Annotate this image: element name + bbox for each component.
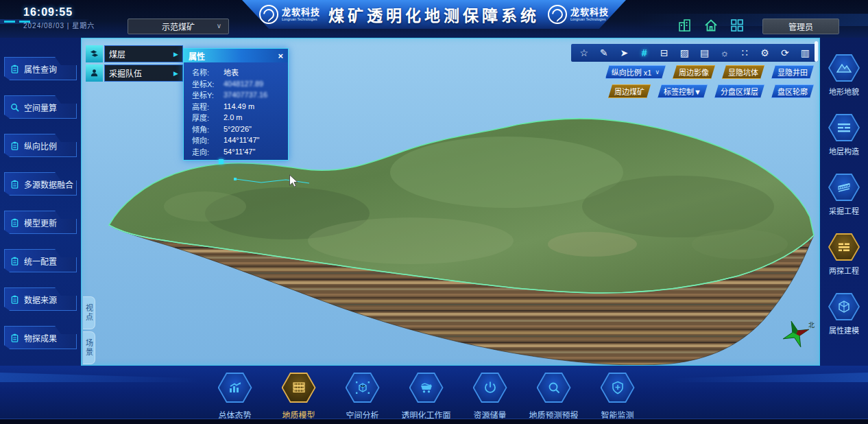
region-hatch-icon[interactable]: ▨ xyxy=(677,48,691,58)
clip-plane-icon[interactable]: ▤ xyxy=(698,48,712,58)
time-display: 16:09:55 xyxy=(23,6,95,19)
attribute-modeling-icon xyxy=(837,300,851,314)
chevron-down-icon: ∨ xyxy=(655,69,660,75)
compass-north-label: 北 xyxy=(808,322,815,329)
title-banner: 龙软科技 Longruan Technologies 煤矿透明化地测保障系统 龙… xyxy=(242,0,626,29)
toggle-minefield-button[interactable]: 显隐井田 xyxy=(771,65,814,79)
chevron-right-icon: ▶ xyxy=(173,70,178,77)
home-icon[interactable] xyxy=(703,18,719,33)
right-item-excavation[interactable]: 采掘工程 xyxy=(828,174,860,233)
compass-rose[interactable]: 北 xyxy=(780,316,815,352)
mine-selector-dropdown[interactable]: 示范煤矿 ∨ xyxy=(128,19,229,34)
layer-item-label: 采掘队伍 xyxy=(109,67,142,79)
label-control-dropdown[interactable]: 标签控制▼ xyxy=(658,84,708,98)
property-row: 坐标Y:37407737.16 xyxy=(192,89,282,101)
lighting-sun-icon[interactable]: ☼ xyxy=(718,48,732,58)
strata-icon xyxy=(836,121,852,134)
right-item-label: 地形地貌 xyxy=(829,86,859,97)
sidebar-item-label: 统一配置 xyxy=(24,255,57,267)
property-popup-title: 属性 xyxy=(189,50,205,62)
map-3d-viewport[interactable]: 煤层 ▶ 采掘队伍 ▶ 属性 × 名称:地表 坐标X:4048127.89 坐标… xyxy=(81,38,820,366)
scatter-points-icon[interactable]: ∷ xyxy=(738,48,751,58)
layer-item-mining-team[interactable]: 采掘队伍 ▶ xyxy=(86,64,183,82)
layers-stack-icon[interactable]: ▥ xyxy=(798,48,812,58)
sidebar-item-label: 多源数据融合 xyxy=(24,178,73,190)
measure-distance-icon[interactable]: ⊟ xyxy=(658,48,671,58)
sidebar-item-unified-config[interactable]: 统一配置 xyxy=(4,249,77,272)
sidebar-item-model-update[interactable]: 模型更新 xyxy=(4,211,77,234)
property-row: 倾向:144°11'47" xyxy=(192,134,282,146)
chevron-down-icon: ∨ xyxy=(217,22,221,30)
bottom-strip xyxy=(0,419,868,424)
clipboard-icon xyxy=(10,257,19,266)
settings-gear-icon[interactable]: ⚙ xyxy=(758,48,772,58)
surrounding-imagery-button[interactable]: 周边影像 xyxy=(673,65,715,79)
layer-item-coal-seam[interactable]: 煤层 ▶ xyxy=(86,45,183,62)
longruan-logo-icon xyxy=(548,5,567,24)
nav-geological-model[interactable]: 地质模型 xyxy=(267,373,330,421)
terrain-icon xyxy=(836,62,852,74)
right-item-terrain[interactable]: 地形地貌 xyxy=(828,54,860,114)
sidebar-item-label: 属性查询 xyxy=(24,63,57,75)
intelligent-monitoring-icon xyxy=(610,381,625,394)
popup-anchor-marker xyxy=(219,159,224,164)
vertical-scale-dropdown[interactable]: 纵向比例 x1 ∨ xyxy=(605,65,666,79)
brand-name: 龙软科技 xyxy=(570,8,609,16)
nav-intelligent-monitoring[interactable]: 智能监测 xyxy=(586,373,649,421)
left-sidebar: 属性查询 空间量算 纵向比例 多源数据融合 模型更新 统一配置 数据来源 物探成… xyxy=(0,38,81,366)
scene-tab[interactable]: 场景 xyxy=(83,331,95,364)
close-icon[interactable]: × xyxy=(278,51,283,60)
overall-situation-icon xyxy=(228,381,243,394)
sidebar-item-label: 模型更新 xyxy=(24,217,57,228)
property-row: 坐标X:4048127.89 xyxy=(192,78,282,90)
date-display: 2024/08/03 | 星期六 xyxy=(23,20,95,30)
clipboard-icon xyxy=(10,180,19,189)
sidebar-item-vertical-scale[interactable]: 纵向比例 xyxy=(4,134,77,157)
property-popup-titlebar: 属性 × xyxy=(184,49,288,62)
sidebar-item-label: 物探成果 xyxy=(24,332,57,344)
right-item-attribute-modeling[interactable]: 属性建模 xyxy=(828,293,860,353)
property-row: 厚度:2.0 m xyxy=(192,112,282,123)
longruan-logo-icon xyxy=(259,5,278,24)
building-icon[interactable] xyxy=(677,18,692,33)
sidebar-item-spatial-measure[interactable]: 空间量算 xyxy=(4,95,77,119)
property-row: 高程:114.49 m xyxy=(192,101,282,113)
viewpoint-tab[interactable]: 视点 xyxy=(83,296,95,329)
sidebar-item-multisource-fusion[interactable]: 多源数据融合 xyxy=(4,172,77,196)
clock: 16:09:55 2024/08/03 | 星期六 xyxy=(23,6,95,30)
nav-spatial-analysis[interactable]: 空间分析 xyxy=(330,373,394,421)
favorite-star-icon[interactable]: ☆ xyxy=(577,48,591,58)
toolbar-scrollbar[interactable] xyxy=(815,41,818,62)
property-row: 倾角:5°20'26" xyxy=(192,123,282,135)
sidebar-item-data-source[interactable]: 数据来源 xyxy=(4,287,77,311)
map-toolbar: ☆ ✎ ➤ # ⊟ ▨ ▤ ☼ ∷ ⚙ ⟳ ▥ xyxy=(571,44,818,62)
right-item-label: 地层构造 xyxy=(829,145,859,156)
panel-outline-button[interactable]: 盘区轮廓 xyxy=(771,84,814,98)
panel-coal-seam-button[interactable]: 分盘区煤层 xyxy=(714,84,764,98)
mine-selector-value: 示范煤矿 xyxy=(162,21,195,32)
nav-transparent-workface[interactable]: 透明化工作面 xyxy=(394,373,458,421)
sidebar-item-attribute-query[interactable]: 属性查询 xyxy=(4,57,77,80)
admin-user-button[interactable]: 管理员 xyxy=(762,19,839,34)
surrounding-mines-button[interactable]: 周边煤矿 xyxy=(608,84,651,98)
sidebar-item-label: 空间量算 xyxy=(24,102,57,113)
property-row: 名称:地表 xyxy=(192,67,282,78)
nav-overall-situation[interactable]: 总体态势 xyxy=(203,373,267,421)
right-item-exploration[interactable]: 两探工程 xyxy=(828,233,860,293)
select-cursor-icon[interactable]: ➤ xyxy=(617,48,631,58)
brand-right: 龙软科技 Longruan Technologies xyxy=(548,5,609,24)
right-item-strata[interactable]: 地层构造 xyxy=(828,114,860,174)
grid-apps-icon[interactable] xyxy=(730,18,745,33)
nav-geological-forecast[interactable]: 地质预测预报 xyxy=(522,373,586,421)
excavation-icon xyxy=(836,181,852,193)
refresh-icon[interactable]: ⟳ xyxy=(778,48,792,58)
sidebar-item-geophysical-results[interactable]: 物探成果 xyxy=(4,326,77,349)
toggle-pit-button[interactable]: 显隐坑体 xyxy=(722,65,764,79)
draw-pen-icon[interactable]: ✎ xyxy=(597,48,611,58)
nav-resource-reserves[interactable]: 资源储量 xyxy=(458,373,522,421)
right-item-label: 属性建模 xyxy=(829,325,859,335)
page-title: 煤矿透明化地测保障系统 xyxy=(328,3,540,26)
resource-reserves-icon xyxy=(483,381,498,394)
brand-left: 龙软科技 Longruan Technologies xyxy=(259,5,320,24)
grid-snap-icon[interactable]: # xyxy=(638,48,651,58)
